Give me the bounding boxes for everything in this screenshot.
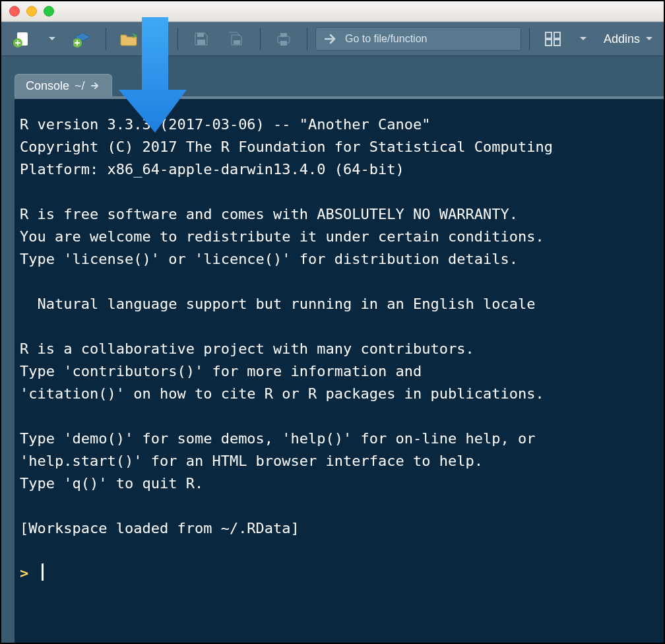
- main-toolbar: Go to file/function Addins: [1, 22, 664, 56]
- tab-console-label: Console: [26, 79, 69, 93]
- svg-rect-10: [546, 32, 552, 38]
- svg-rect-8: [280, 33, 287, 37]
- svg-rect-9: [280, 41, 287, 46]
- new-file-button[interactable]: [7, 28, 37, 50]
- svg-rect-11: [554, 32, 560, 38]
- open-recent-dropdown[interactable]: [150, 28, 170, 50]
- goto-file-function-input[interactable]: Go to file/function: [315, 27, 521, 51]
- titlebar: [1, 1, 664, 22]
- caret-down-icon: [156, 36, 163, 42]
- save-all-button[interactable]: [222, 28, 252, 50]
- print-icon: [275, 31, 292, 47]
- svg-rect-5: [197, 40, 205, 45]
- new-project-button[interactable]: [67, 28, 98, 50]
- pane-tabstrip: Console ~/: [15, 75, 664, 97]
- open-folder-icon: [119, 31, 139, 47]
- caret-down-icon: [580, 36, 586, 42]
- new-file-icon: [13, 30, 30, 48]
- addins-menu[interactable]: Addins: [598, 28, 658, 50]
- svg-rect-13: [554, 40, 560, 46]
- window-close-button[interactable]: [9, 6, 20, 16]
- rstudio-window: Go to file/function Addins Console ~/: [0, 0, 665, 644]
- console-output[interactable]: R version 3.3.3 (2017-03-06) -- "Another…: [15, 96, 664, 643]
- svg-rect-4: [197, 33, 204, 37]
- console-prompt: >: [20, 565, 28, 581]
- save-all-icon: [228, 31, 246, 47]
- new-project-icon: [73, 30, 92, 48]
- goto-placeholder: Go to file/function: [345, 33, 428, 45]
- open-file-button[interactable]: [114, 28, 144, 50]
- window-minimize-button[interactable]: [26, 6, 37, 16]
- panes-dropdown[interactable]: [573, 28, 593, 50]
- print-button[interactable]: [269, 28, 299, 50]
- caret-down-icon: [645, 35, 653, 43]
- goto-arrow-icon: [324, 33, 338, 45]
- panes-icon: [545, 32, 561, 46]
- cursor-caret: [42, 564, 44, 581]
- svg-rect-6: [234, 40, 240, 44]
- window-zoom-button[interactable]: [44, 6, 54, 16]
- save-icon: [193, 31, 209, 47]
- save-button[interactable]: [186, 28, 216, 50]
- svg-rect-12: [546, 40, 552, 46]
- caret-down-icon: [49, 36, 55, 42]
- goto-wd-icon[interactable]: [90, 80, 101, 91]
- console-text: R version 3.3.3 (2017-03-06) -- "Another…: [20, 116, 553, 536]
- panes-button[interactable]: [538, 28, 568, 50]
- tab-console[interactable]: Console ~/: [15, 74, 112, 97]
- addins-label: Addins: [604, 32, 640, 46]
- new-file-dropdown[interactable]: [42, 28, 62, 50]
- tab-console-wd: ~/: [75, 79, 85, 93]
